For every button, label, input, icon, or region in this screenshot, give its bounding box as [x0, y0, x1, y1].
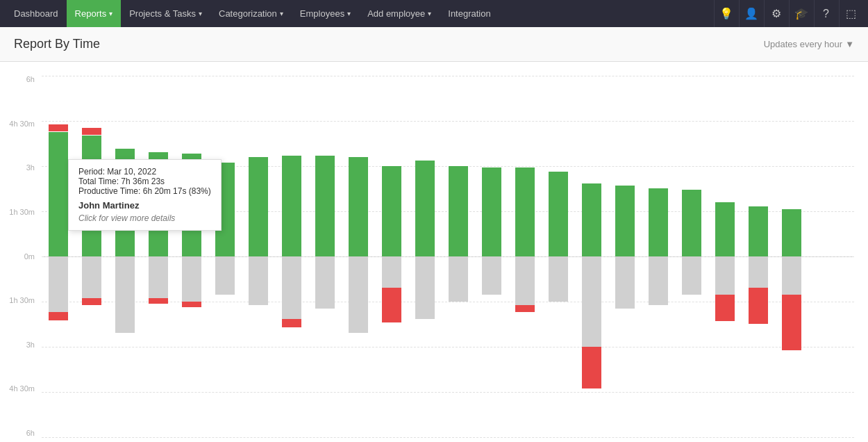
bar-red-above [49, 124, 68, 131]
bar-grey [782, 256, 801, 295]
graduation-icon[interactable]: 🎓 [789, 0, 812, 27]
bar-grey [249, 256, 268, 305]
y-axis-label: 3h [0, 341, 40, 349]
bar-green [615, 186, 635, 256]
bar-col[interactable] [442, 76, 475, 437]
chevron-down-icon: ▾ [347, 10, 351, 17]
chevron-down-icon: ▼ [845, 39, 854, 49]
bar-red-below [149, 298, 168, 304]
chevron-down-icon: ▾ [428, 10, 431, 17]
nav-icons: 💡 👤 ⚙ 🎓 ? ⬚ [714, 0, 862, 27]
bar-green [449, 166, 468, 256]
nav-projects-tasks[interactable]: Projects & Tasks ▾ [121, 0, 210, 27]
bar-green [149, 152, 168, 256]
y-axis-label: 1h 30m [0, 297, 40, 304]
bar-col[interactable] [675, 76, 708, 437]
bar-grey [749, 256, 768, 288]
bar-green [782, 209, 801, 256]
nav-employees[interactable]: Employees ▾ [292, 0, 359, 27]
bar-grey [282, 256, 301, 319]
y-axis-label: 0m [0, 253, 40, 261]
bar-grey [482, 256, 501, 295]
bar-col[interactable] [242, 76, 275, 437]
bar-grey [615, 256, 635, 309]
bar-col[interactable] [208, 76, 242, 437]
bar-green [315, 156, 335, 256]
bar-col[interactable] [642, 76, 675, 437]
lightbulb-icon[interactable]: 💡 [714, 0, 737, 27]
nav-integration[interactable]: Integration [440, 0, 499, 27]
bar-green [482, 167, 501, 256]
bar-red-below [182, 302, 201, 307]
bar-col[interactable] [575, 76, 608, 437]
bar-grey [382, 256, 401, 288]
y-axis-label: 1h 30m [0, 208, 40, 216]
bar-col[interactable] [75, 76, 108, 437]
bar-col[interactable] [742, 76, 775, 437]
bar-grey [149, 256, 168, 298]
bar-col[interactable] [142, 76, 175, 437]
bar-col[interactable] [175, 76, 208, 437]
bar-green [49, 132, 68, 256]
bar-grey [415, 256, 435, 319]
updates-label[interactable]: Updates every hour ▼ [764, 39, 854, 49]
bar-grey [682, 256, 701, 295]
bar-grey [82, 256, 101, 298]
bar-col[interactable] [408, 76, 442, 437]
y-axis-label: 4h 30m [0, 385, 40, 393]
help-icon[interactable]: ? [814, 0, 837, 27]
bar-red-below [715, 295, 735, 321]
bar-red-below [582, 347, 601, 388]
bar-green [749, 206, 768, 256]
bar-grey [215, 256, 235, 295]
bar-col[interactable] [775, 76, 808, 437]
nav-add-employee[interactable]: Add employee ▾ [359, 0, 440, 27]
nav-categorization[interactable]: Categorization ▾ [210, 0, 292, 27]
bar-grey [49, 256, 68, 312]
bar-green [715, 202, 735, 256]
bar-green [115, 149, 135, 256]
bar-col[interactable] [375, 76, 408, 437]
chart-container: 6h4h 30m3h1h 30m0m1h 30m3h4h 30m6h Perio… [0, 62, 868, 442]
logout-icon[interactable]: ⬚ [839, 0, 862, 27]
chart-body: Period: Mar 10, 2022 Total Time: 7h 36m … [42, 76, 854, 442]
bar-grey [515, 256, 535, 305]
bar-col[interactable] [308, 76, 342, 437]
gear-icon[interactable]: ⚙ [764, 0, 787, 27]
bar-green [549, 172, 568, 256]
bar-col[interactable] [708, 76, 742, 437]
bar-col[interactable] [42, 76, 75, 437]
bar-green [82, 136, 101, 256]
bars-area: Period: Mar 10, 2022 Total Time: 7h 36m … [42, 76, 854, 437]
bar-col[interactable] [275, 76, 308, 437]
bar-grey [315, 256, 335, 309]
bar-red-below [82, 298, 101, 305]
navbar: Dashboard Reports ▾ Projects & Tasks ▾ C… [0, 0, 868, 27]
bar-red-above [82, 128, 101, 135]
bar-grey [715, 256, 735, 295]
bar-col[interactable] [608, 76, 642, 437]
bar-col[interactable] [475, 76, 508, 437]
bar-red-below [782, 295, 801, 350]
bar-col[interactable] [542, 76, 575, 437]
grid-line [42, 437, 854, 438]
bar-grey [582, 256, 601, 347]
bar-col[interactable] [108, 76, 142, 437]
bar-green [282, 156, 301, 256]
bar-red-below [382, 288, 401, 322]
bar-grey [549, 256, 568, 302]
bar-red-below [515, 305, 535, 312]
bar-red-below [49, 312, 68, 320]
bar-green [582, 183, 601, 256]
chevron-down-icon: ▾ [199, 10, 202, 17]
bar-red-below [282, 319, 301, 327]
user-icon[interactable]: 👤 [739, 0, 762, 27]
nav-reports[interactable]: Reports ▾ [67, 0, 122, 27]
bar-col[interactable] [508, 76, 542, 437]
bar-grey [349, 256, 368, 333]
chevron-down-icon: ▾ [109, 10, 112, 17]
nav-dashboard[interactable]: Dashboard [6, 0, 67, 27]
y-axis-label: 6h [0, 76, 40, 83]
bar-col[interactable] [342, 76, 375, 437]
bar-grey [115, 256, 135, 333]
